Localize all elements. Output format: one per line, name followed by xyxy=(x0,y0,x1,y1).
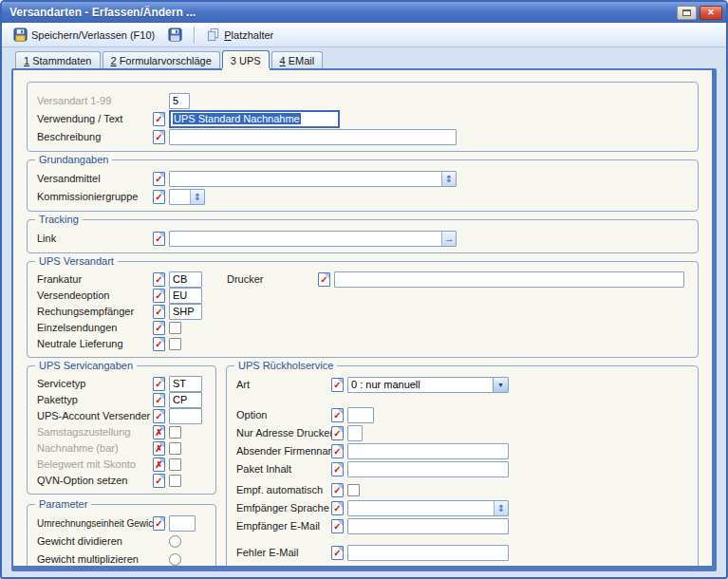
servicetyp-input[interactable] xyxy=(169,376,202,392)
tab-stammdaten[interactable]: 1Stammdaten xyxy=(15,51,101,68)
form-row: Umrechnungseinheit Gewicht ✓ xyxy=(37,514,206,532)
samstagszustellung-checkbox xyxy=(169,426,181,439)
cross-icon[interactable]: ✗ xyxy=(153,425,165,439)
pakettyp-input[interactable] xyxy=(169,392,202,408)
form-row: Link ✓ → xyxy=(37,230,688,247)
umrechnungseinheit-input[interactable] xyxy=(169,515,196,532)
tab-formularvorschlaege[interactable]: 2Formularvorschläge xyxy=(103,51,220,68)
field-label: Empf. automatisch xyxy=(236,484,331,495)
spinner-icon[interactable]: ⇕ xyxy=(494,501,508,515)
field-label: Beschreibung xyxy=(37,131,153,142)
close-button[interactable]: ✕ xyxy=(700,6,722,20)
group-title: UPS Servicangaben xyxy=(35,360,137,371)
check-icon[interactable]: ✓ xyxy=(153,172,165,186)
neutrale-lieferung-checkbox[interactable] xyxy=(169,338,181,350)
form-row: Empfänger E-Mail ✓ xyxy=(236,517,688,534)
field-label: Nachnahme (bar) xyxy=(37,442,153,454)
check-icon[interactable]: ✓ xyxy=(153,321,165,335)
tab-email[interactable]: 4EMail xyxy=(271,51,324,68)
check-icon[interactable]: ✓ xyxy=(153,232,165,246)
check-icon[interactable]: ✓ xyxy=(153,112,165,126)
check-icon[interactable]: ✓ xyxy=(331,462,344,476)
save-exit-button[interactable]: Speichern/Verlassen (F10) xyxy=(8,25,160,45)
empf-automatisch-checkbox[interactable] xyxy=(347,484,360,496)
check-icon[interactable]: ✓ xyxy=(153,474,165,488)
field-label: QVN-Option setzen xyxy=(37,475,153,486)
verwendung-input[interactable]: UPS Standard Nachnahme xyxy=(169,110,340,128)
check-icon[interactable]: ✓ xyxy=(331,378,344,392)
link-input[interactable]: → xyxy=(169,231,457,247)
empfaenger-email-input[interactable] xyxy=(347,518,509,534)
group-ups-versandart: UPS Versandart Frankatur ✓ Versendeoptio… xyxy=(27,261,699,358)
group-title: UPS Rückholservice xyxy=(234,360,337,371)
check-icon[interactable]: ✓ xyxy=(153,190,165,204)
gewicht-multiplizieren-radio[interactable] xyxy=(169,553,181,566)
check-icon[interactable]: ✓ xyxy=(153,377,165,391)
save-button[interactable] xyxy=(162,25,188,45)
check-icon[interactable]: ✓ xyxy=(318,272,330,287)
form-row: Nachnahme (bar) ✗ xyxy=(37,440,206,456)
spinner-icon[interactable]: ⇕ xyxy=(441,172,456,186)
nur-adresse-drucken-input[interactable] xyxy=(347,425,363,441)
form-row: QVN-Option setzen ✓ xyxy=(37,473,206,488)
check-icon[interactable]: ✓ xyxy=(153,272,165,287)
versendeoption-input[interactable] xyxy=(169,288,202,304)
versandmittel-combobox[interactable]: ⇕ xyxy=(169,171,457,187)
field-label: Absender Firmenname xyxy=(236,445,331,457)
field-label: Art xyxy=(236,379,331,390)
check-icon[interactable]: ✓ xyxy=(331,408,344,422)
nachnahme-checkbox xyxy=(169,442,181,455)
chevron-down-icon[interactable]: ▼ xyxy=(493,378,508,392)
check-icon[interactable]: ✓ xyxy=(153,409,165,423)
field-label: Link xyxy=(37,233,153,244)
frankatur-input[interactable] xyxy=(169,271,202,288)
check-icon[interactable]: ✓ xyxy=(331,426,344,440)
titlebar[interactable]: Versandarten - Erfassen/Ändern ... ✕ xyxy=(2,2,726,23)
form-row: Rechungsempfänger ✓ xyxy=(37,304,227,319)
ups-account-input[interactable] xyxy=(169,408,202,424)
art-dropdown[interactable]: 0 : nur manuell ▼ xyxy=(347,377,509,393)
save-exit-label: Speichern/Verlassen (F10) xyxy=(31,29,155,41)
window-title: Versandarten - Erfassen/Ändern ... xyxy=(9,6,677,19)
maximize-button[interactable] xyxy=(677,6,697,20)
check-icon[interactable]: ✓ xyxy=(331,546,344,560)
field-label: Umrechnungseinheit Gewicht xyxy=(37,518,153,529)
check-icon[interactable]: ✓ xyxy=(153,393,165,407)
check-icon[interactable]: ✓ xyxy=(153,130,165,144)
qvn-option-checkbox[interactable] xyxy=(169,475,181,487)
form-row: Beschreibung ✓ xyxy=(37,128,688,145)
group-stammfelder: Versandart 1-99 Verwendung / Text ✓ UPS … xyxy=(27,82,699,152)
check-icon[interactable]: ✓ xyxy=(331,519,344,533)
einzelsendungen-checkbox[interactable] xyxy=(169,322,181,334)
rechnungsempfaenger-input[interactable] xyxy=(169,304,202,320)
paket-inhalt-input[interactable] xyxy=(347,461,509,477)
field-label: Kommissioniergruppe xyxy=(37,191,153,202)
option-input[interactable] xyxy=(347,407,374,423)
empfaenger-sprache-combobox[interactable]: ⇕ xyxy=(347,500,509,516)
beschreibung-input[interactable] xyxy=(169,129,457,145)
open-link-icon[interactable]: → xyxy=(441,232,456,246)
versandart-input[interactable] xyxy=(169,93,190,109)
field-label: UPS-Account Versender xyxy=(37,410,153,421)
check-icon[interactable]: ✓ xyxy=(331,444,344,458)
field-label: Verwendung / Text xyxy=(37,113,153,124)
check-icon[interactable]: ✓ xyxy=(331,483,344,497)
spinner-icon[interactable]: ⇕ xyxy=(190,190,204,204)
platzhalter-button[interactable]: Platzhalter xyxy=(200,25,279,45)
absender-firmenname-input[interactable] xyxy=(347,443,509,459)
kommissioniergruppe-spinner[interactable]: ⇕ xyxy=(169,189,205,205)
cross-icon[interactable]: ✗ xyxy=(153,441,165,456)
fehler-email-input[interactable] xyxy=(347,545,509,561)
check-icon[interactable]: ✓ xyxy=(153,516,165,531)
check-icon[interactable]: ✓ xyxy=(153,337,165,351)
group-title: Tracking xyxy=(35,214,83,225)
group-ups-rueckholservice: UPS Rückholservice Art ✓ 0 : nur manuell… xyxy=(226,365,699,571)
check-icon[interactable]: ✓ xyxy=(153,289,165,303)
check-icon[interactable]: ✓ xyxy=(331,501,344,515)
check-icon[interactable]: ✓ xyxy=(153,305,165,319)
cross-icon[interactable]: ✗ xyxy=(153,458,165,472)
field-label: Gewicht dividieren xyxy=(37,535,153,547)
tab-ups[interactable]: 3UPS xyxy=(222,50,270,68)
gewicht-dividieren-radio[interactable] xyxy=(169,535,181,548)
drucker-input[interactable] xyxy=(334,271,684,288)
